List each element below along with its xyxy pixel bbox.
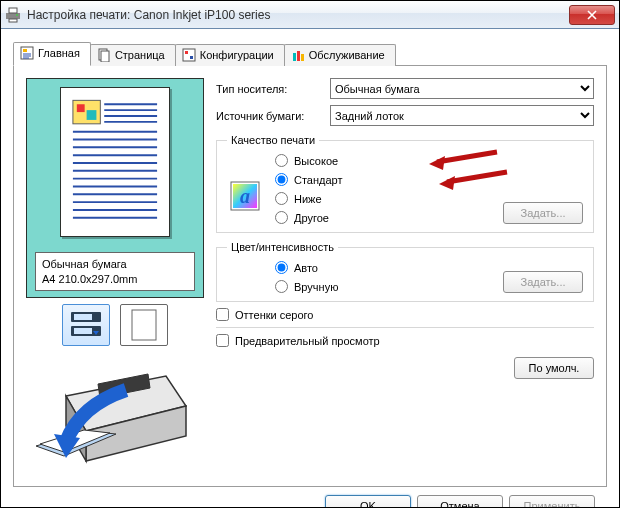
svg-rect-36: [74, 328, 92, 334]
close-button[interactable]: [569, 5, 615, 25]
tab-page[interactable]: Страница: [90, 44, 176, 66]
color-manual-label: Вручную: [294, 281, 338, 293]
quality-standard-label: Стандарт: [294, 174, 343, 186]
apply-button[interactable]: Применить: [509, 495, 595, 508]
quality-standard-row[interactable]: Стандарт: [275, 173, 405, 186]
svg-rect-37: [132, 310, 156, 340]
tab-config-label: Конфигурации: [200, 49, 274, 61]
tab-panel: Обычная бумага A4 210.0x297.0mm: [13, 65, 607, 487]
quality-high-radio[interactable]: [275, 154, 288, 167]
svg-rect-11: [293, 53, 296, 61]
preview-label: Обычная бумага A4 210.0x297.0mm: [35, 252, 195, 291]
printer-icon: [5, 7, 21, 23]
tab-service[interactable]: Обслуживание: [284, 44, 396, 66]
preview-page: [60, 87, 170, 237]
quality-standard-icon: a: [230, 181, 260, 211]
svg-rect-34: [74, 314, 92, 320]
color-group: Цвет/интенсивность Авто Вручную Задать..…: [216, 241, 594, 302]
svg-rect-8: [183, 49, 195, 61]
media-type-select[interactable]: Обычная бумага: [330, 78, 594, 99]
color-manual-radio[interactable]: [275, 280, 288, 293]
svg-point-3: [16, 14, 18, 16]
window-title: Настройка печати: Canon Inkjet iP100 ser…: [27, 8, 569, 22]
svg-rect-12: [297, 51, 300, 61]
quality-other-label: Другое: [294, 212, 329, 224]
tab-main[interactable]: Главная: [13, 42, 91, 66]
color-legend: Цвет/интенсивность: [227, 241, 338, 253]
svg-rect-7: [101, 51, 109, 62]
quality-set-button[interactable]: Задать...: [503, 202, 583, 224]
svg-rect-15: [77, 104, 85, 112]
svg-rect-4: [21, 47, 33, 59]
quality-high-label: Высокое: [294, 155, 338, 167]
preview-box: Обычная бумага A4 210.0x297.0mm: [26, 78, 204, 298]
svg-rect-2: [9, 19, 17, 22]
tab-page-label: Страница: [115, 49, 165, 61]
cancel-button[interactable]: Отмена: [417, 495, 503, 508]
quality-high-row[interactable]: Высокое: [275, 154, 405, 167]
grayscale-checkbox[interactable]: [216, 308, 229, 321]
svg-rect-10: [190, 56, 193, 59]
paper-source-select[interactable]: Задний лоток: [330, 105, 594, 126]
quality-legend: Качество печати: [227, 134, 319, 146]
quality-other-row[interactable]: Другое: [275, 211, 405, 224]
color-auto-radio[interactable]: [275, 261, 288, 274]
preview-size-text: A4 210.0x297.0mm: [42, 272, 188, 286]
quality-low-label: Ниже: [294, 193, 322, 205]
color-set-button[interactable]: Задать...: [503, 271, 583, 293]
svg-rect-9: [185, 51, 188, 54]
quality-standard-radio[interactable]: [275, 173, 288, 186]
svg-rect-0: [6, 13, 20, 19]
color-auto-label: Авто: [294, 262, 318, 274]
paper-source-label: Источник бумаги:: [216, 110, 322, 122]
mode-button-page[interactable]: [120, 304, 168, 346]
grayscale-label: Оттенки серого: [235, 309, 313, 321]
color-auto-row[interactable]: Авто: [275, 261, 405, 274]
defaults-button[interactable]: По умолч.: [514, 357, 594, 379]
quality-group: Качество печати a Высокое: [216, 134, 594, 233]
svg-text:a: a: [240, 185, 250, 207]
tab-page-icon: [97, 48, 111, 62]
tab-main-label: Главная: [38, 47, 80, 59]
preview-media-text: Обычная бумага: [42, 257, 188, 271]
ok-button[interactable]: OK: [325, 495, 411, 508]
preview-label: Предварительный просмотр: [235, 335, 380, 347]
tab-main-icon: [20, 46, 34, 60]
preview-checkbox[interactable]: [216, 334, 229, 347]
svg-rect-13: [301, 54, 304, 61]
quality-low-radio[interactable]: [275, 192, 288, 205]
svg-rect-5: [23, 49, 27, 52]
tab-config[interactable]: Конфигурации: [175, 44, 285, 66]
titlebar: Настройка печати: Canon Inkjet iP100 ser…: [1, 1, 619, 29]
tab-service-label: Обслуживание: [309, 49, 385, 61]
tab-config-icon: [182, 48, 196, 62]
color-manual-row[interactable]: Вручную: [275, 280, 405, 293]
svg-rect-1: [9, 8, 17, 13]
media-type-label: Тип носителя:: [216, 83, 322, 95]
printer-illustration: [26, 356, 204, 476]
quality-low-row[interactable]: Ниже: [275, 192, 405, 205]
tab-strip: Главная Страница Конфигурации Обслуживан…: [13, 41, 607, 65]
svg-rect-16: [87, 110, 97, 120]
divider: [216, 327, 594, 328]
tab-service-icon: [291, 48, 305, 62]
quality-other-radio[interactable]: [275, 211, 288, 224]
mode-button-info[interactable]: [62, 304, 110, 346]
